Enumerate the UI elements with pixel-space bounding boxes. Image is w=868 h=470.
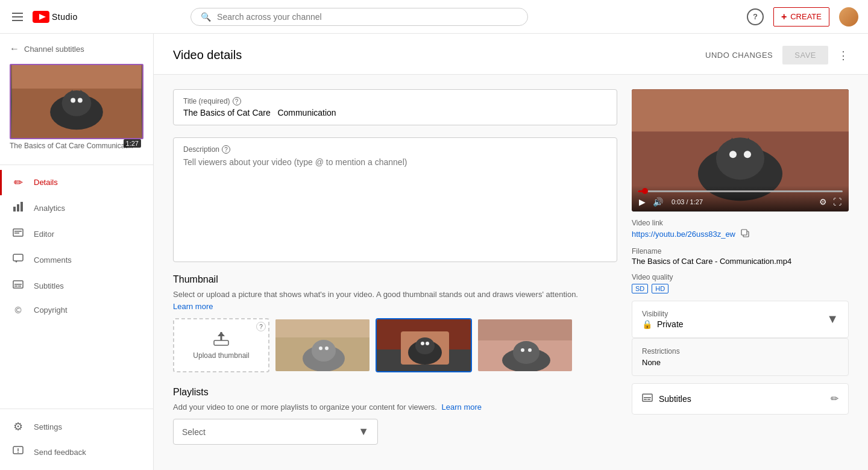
subtitles-card[interactable]: Subtitles ✏ (632, 383, 849, 415)
save-button[interactable]: SAVE (782, 46, 828, 64)
search-input[interactable] (217, 12, 518, 22)
copy-link-icon[interactable] (740, 228, 750, 240)
sidebar-item-settings[interactable]: ⚙ Settings (0, 414, 153, 439)
svg-rect-16 (13, 254, 23, 261)
video-link[interactable]: https://youtu.be/26uss83z_ew (632, 230, 735, 239)
svg-point-38 (415, 337, 435, 354)
svg-rect-3 (12, 65, 141, 89)
right-panel: ▶ 🔊 0:03 / 1:27 ⚙ ⛶ (632, 89, 849, 445)
fullscreen-button[interactable]: ⛶ (832, 196, 843, 208)
avatar[interactable] (839, 7, 858, 27)
thumbnail-image-2 (377, 319, 472, 372)
sidebar-item-details[interactable]: ✏ Details (0, 170, 153, 195)
upload-icon (213, 331, 230, 348)
progress-bar[interactable] (638, 190, 843, 192)
svg-rect-19 (14, 286, 17, 287)
svg-point-45 (521, 348, 524, 352)
sidebar-item-label: Send feedback (34, 448, 86, 457)
hd-badge: HD (652, 284, 668, 293)
playlists-desc: Add your video to one or more playlists … (173, 403, 617, 412)
details-icon: ✏ (12, 176, 24, 189)
svg-rect-23 (17, 448, 19, 451)
sidebar-item-comments[interactable]: Comments (0, 247, 153, 273)
video-thumbnail-container: 1:27 The Basics of Cat Care Communicat..… (10, 64, 143, 150)
lock-icon: 🔒 (642, 319, 652, 329)
description-textarea[interactable] (183, 156, 607, 252)
content-area: Title (required) ? Description ? (154, 75, 868, 459)
visibility-label: Visibility (642, 310, 684, 318)
copyright-icon: © (12, 305, 24, 315)
main-content: Video details UNDO CHANGES SAVE ⋮ Title … (154, 34, 868, 470)
svg-point-6 (71, 98, 75, 103)
title-info-icon[interactable]: ? (233, 97, 241, 105)
sidebar-bottom: ⚙ Settings Send feedback (0, 409, 153, 470)
svg-point-33 (325, 346, 329, 350)
volume-button[interactable]: 🔊 (652, 196, 664, 208)
playlist-select[interactable]: Select ▼ (173, 419, 378, 445)
video-thumbnail: 1:27 (10, 64, 143, 139)
svg-rect-24 (17, 452, 19, 453)
more-options-button[interactable]: ⋮ (838, 49, 849, 62)
title-label: Title (required) ? (183, 97, 607, 105)
sidebar-top: ← Channel subtitles (0, 34, 153, 165)
sidebar-nav: ✏ Details Analytics Editor Comments (0, 165, 153, 409)
subtitles-label: Subtitles (659, 394, 691, 404)
create-button[interactable]: + CREATE (773, 7, 829, 27)
description-info-icon[interactable]: ? (222, 145, 230, 154)
thumbnail-option-3[interactable] (477, 318, 573, 372)
upload-thumbnail-button[interactable]: ? Upload thumbnail (173, 318, 269, 372)
svg-rect-14 (14, 231, 22, 232)
filename-label: Filename (632, 247, 849, 255)
playlist-select-label: Select (182, 427, 206, 437)
thumbnail-desc: Select or upload a picture that shows wh… (173, 290, 617, 299)
subtitles-icon (642, 392, 653, 406)
description-form-group: Description ? (173, 137, 617, 262)
time-display: 0:03 / 1:27 (671, 198, 703, 205)
video-link-row: Video link https://youtu.be/26uss83z_ew (632, 219, 849, 240)
controls-right: ⚙ ⛶ (818, 196, 843, 208)
thumbnail-option-1[interactable] (274, 318, 371, 372)
svg-rect-11 (17, 204, 19, 212)
svg-rect-20 (18, 286, 21, 287)
logo[interactable]: Studio (33, 11, 78, 23)
menu-icon[interactable] (10, 10, 25, 24)
title-form-group: Title (required) ? (173, 89, 617, 125)
thumbnail-help-icon[interactable]: ? (256, 322, 266, 331)
sidebar-item-analytics[interactable]: Analytics (0, 195, 153, 221)
undo-button[interactable]: UNDO CHANGES (705, 51, 773, 60)
topnav-left: Studio (10, 10, 78, 24)
quality-label: Video quality (632, 273, 849, 281)
subtitles-edit-icon[interactable]: ✏ (831, 393, 838, 404)
help-button[interactable]: ? (747, 8, 764, 25)
sidebar-item-feedback[interactable]: Send feedback (0, 439, 153, 465)
video-preview: ▶ 🔊 0:03 / 1:27 ⚙ ⛶ (632, 89, 849, 212)
upload-thumb-label: Upload thumbnail (193, 351, 249, 360)
svg-point-52 (744, 151, 751, 158)
restrictions-value: None (642, 358, 838, 367)
svg-rect-42 (478, 319, 573, 340)
thumbnail-learn-more[interactable]: Learn more (173, 302, 213, 311)
header-actions: UNDO CHANGES SAVE ⋮ (705, 46, 849, 64)
play-button[interactable]: ▶ (638, 196, 647, 208)
progress-dot (642, 188, 648, 194)
svg-point-31 (312, 340, 336, 362)
playlists-learn-more[interactable]: Learn more (442, 403, 482, 412)
youtube-icon (33, 11, 49, 23)
visibility-row[interactable]: Visibility 🔒 Private ▼ (632, 301, 848, 337)
svg-point-50 (716, 137, 764, 180)
back-link[interactable]: ← Channel subtitles (10, 43, 143, 54)
main-layout: ← Channel subtitles (0, 34, 868, 470)
editor-icon (12, 227, 24, 241)
settings-icon: ⚙ (12, 420, 24, 433)
sidebar-item-copyright[interactable]: © Copyright (0, 299, 153, 321)
thumbnail-option-2[interactable] (376, 318, 472, 372)
search-bar[interactable]: 🔍 (190, 8, 528, 26)
settings-button[interactable]: ⚙ (818, 196, 828, 208)
title-input[interactable] (183, 108, 607, 118)
svg-point-39 (421, 342, 424, 345)
sidebar-item-subtitles[interactable]: Subtitles (0, 273, 153, 299)
sidebar-item-editor[interactable]: Editor (0, 221, 153, 247)
svg-point-51 (729, 151, 737, 158)
video-meta: Video link https://youtu.be/26uss83z_ew … (632, 219, 849, 293)
sidebar-item-label: Details (34, 178, 58, 187)
